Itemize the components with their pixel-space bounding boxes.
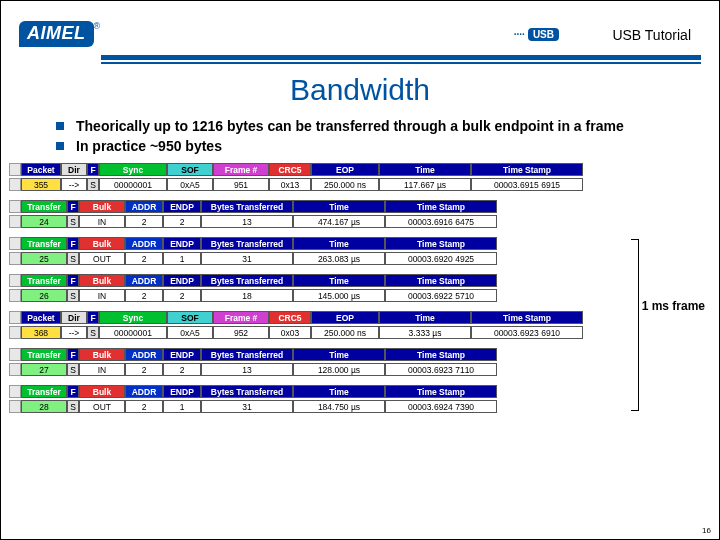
trace-data-row: 27 S IN 2 2 13 128.000 µs 00003.6923 711… <box>9 363 629 376</box>
bullet-item: Theorically up to 1216 bytes can be tran… <box>56 117 679 135</box>
trace-header-row: Transfer F Bulk ADDR ENDP Bytes Transfer… <box>9 200 629 213</box>
trace-data-row: 355 --> S 00000001 0xA5 951 0x13 250.000… <box>9 178 629 191</box>
trace-data-row: 368 --> S 00000001 0xA5 952 0x03 250.000… <box>9 326 629 339</box>
trace-data-row: 24 S IN 2 2 13 474.167 µs 00003.6916 647… <box>9 215 629 228</box>
slide-title: Bandwidth <box>1 73 719 107</box>
atmel-logo: AIMEL <box>19 21 94 47</box>
slide-header: AIMEL® ····USB USB Tutorial <box>1 1 719 69</box>
registered-symbol: ® <box>94 21 101 31</box>
col-time: Time <box>379 163 471 176</box>
bullet-marker <box>56 142 64 150</box>
col-dir: Dir <box>61 163 87 176</box>
trace-data-row: 26 S IN 2 2 18 145.000 µs 00003.6922 571… <box>9 289 629 302</box>
trace-header-row: Transfer F Bulk ADDR ENDP Bytes Transfer… <box>9 385 629 398</box>
bullet-list: Theorically up to 1216 bytes can be tran… <box>56 117 679 155</box>
col-frame: Frame # <box>213 163 269 176</box>
row-toggle-icon <box>9 163 21 176</box>
col-eop: EOP <box>311 163 379 176</box>
col-packet: Packet <box>21 163 61 176</box>
col-stamp: Time Stamp <box>471 163 583 176</box>
col-transfer: Transfer <box>21 200 67 213</box>
usb-badge: ····USB <box>514 29 559 40</box>
row-toggle-icon <box>9 200 21 213</box>
trace-header-row: Transfer F Bulk ADDR ENDP Bytes Transfer… <box>9 274 629 287</box>
col-crc: CRC5 <box>269 163 311 176</box>
trace-header-row: Transfer F Bulk ADDR ENDP Bytes Transfer… <box>9 237 629 250</box>
bullet-item: In practice ~950 bytes <box>56 137 679 155</box>
col-f: F <box>87 163 99 176</box>
col-sync: Sync <box>99 163 167 176</box>
frame-bracket <box>631 239 639 411</box>
trace-data-row: 25 S OUT 2 1 31 263.083 µs 00003.6920 49… <box>9 252 629 265</box>
logo: AIMEL® <box>19 21 100 47</box>
frame-label: 1 ms frame <box>642 299 705 313</box>
trace-data-row: 28 S OUT 2 1 31 184.750 µs 00003.6924 73… <box>9 400 629 413</box>
doc-title: USB Tutorial <box>612 27 691 43</box>
bullet-marker <box>56 122 64 130</box>
header-rule <box>101 55 701 64</box>
col-sof: SOF <box>167 163 213 176</box>
trace-header-row: Transfer F Bulk ADDR ENDP Bytes Transfer… <box>9 348 629 361</box>
trace-header-row: Packet Dir F Sync SOF Frame # CRC5 EOP T… <box>9 163 629 176</box>
trace-header-row: Packet Dir F Sync SOF Frame # CRC5 EOP T… <box>9 311 629 324</box>
usb-trace: Packet Dir F Sync SOF Frame # CRC5 EOP T… <box>9 163 629 413</box>
page-number: 16 <box>702 526 711 535</box>
